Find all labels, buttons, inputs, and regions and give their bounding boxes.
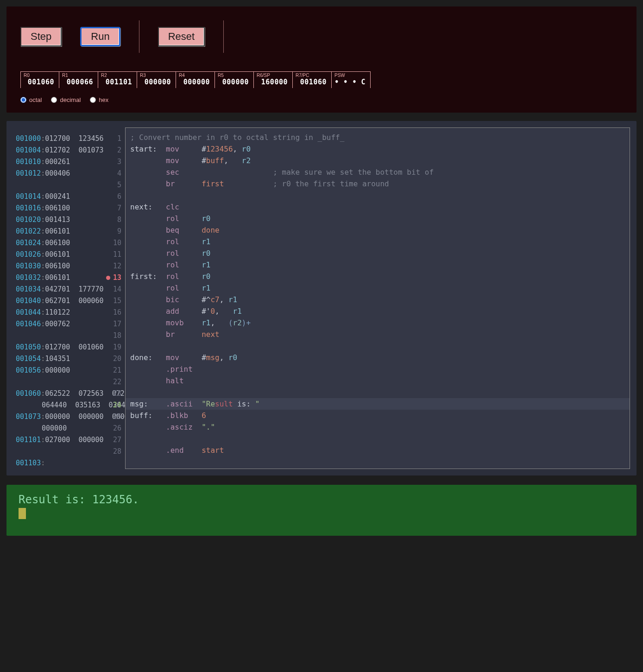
run-button[interactable]: Run	[80, 27, 120, 46]
lineno[interactable]: 8	[104, 214, 121, 226]
lineno[interactable]: 21	[104, 365, 121, 376]
source-line[interactable]: .print	[130, 363, 625, 375]
lineno[interactable]: 2	[104, 145, 121, 156]
lineno[interactable]: 23	[104, 388, 121, 399]
memory-addr: 001012	[16, 169, 41, 178]
lineno[interactable]: 1	[104, 133, 121, 145]
reset-button[interactable]: Reset	[158, 27, 205, 46]
lineno[interactable]: 16	[104, 307, 121, 318]
register-r6-sp: R6/SP160000	[254, 71, 293, 88]
source-line[interactable]: .asciz "."	[130, 421, 625, 433]
register-label: R2	[101, 73, 132, 78]
source-line[interactable]: rol r0	[130, 247, 625, 259]
lineno[interactable]: 5	[104, 179, 121, 191]
source-line[interactable]: ; Convert number in r0 to octal string i…	[130, 132, 625, 143]
lineno[interactable]: 13	[104, 272, 121, 284]
memory-values: 012700 001060	[45, 343, 103, 351]
radix-label: hex	[99, 96, 108, 103]
memory-column: 001000:012700 123456001004:012702 001073…	[6, 127, 104, 469]
memory-addr: 001054	[16, 355, 41, 363]
source-line[interactable]: br first ; r0 the first time around	[130, 178, 625, 190]
source-line[interactable]: start: mov #123456, r0	[130, 143, 625, 155]
source-line[interactable]: halt	[130, 375, 625, 387]
source-line[interactable]: done: mov #msg, r0	[130, 352, 625, 363]
radix-option-octal[interactable]: octal	[20, 96, 42, 103]
lineno[interactable]: 3	[104, 156, 121, 168]
lineno[interactable]: 17	[104, 318, 121, 330]
source-line[interactable]: mov #buff, r2	[130, 155, 625, 166]
step-button[interactable]: Step	[20, 27, 62, 46]
source-line[interactable]	[130, 190, 625, 201]
memory-addr: 001034	[16, 285, 41, 293]
register-label: R3	[140, 73, 171, 78]
lineno[interactable]: 18	[104, 330, 121, 342]
register-r5: R5000000	[215, 71, 254, 88]
lineno[interactable]: 28	[104, 446, 121, 457]
source-line[interactable]: next: clc	[130, 201, 625, 213]
lineno[interactable]: 7	[104, 203, 121, 214]
lineno[interactable]: 14	[104, 284, 121, 295]
memory-row: 001012:000406	[16, 168, 104, 179]
console-panel: Result is: 123456.	[6, 485, 637, 536]
memory-row: 001020:001413	[16, 214, 104, 226]
lineno[interactable]: 15	[104, 295, 121, 307]
source-line[interactable]: add #'0, r1	[130, 305, 625, 317]
lineno[interactable]: 22	[104, 376, 121, 388]
lineno[interactable]: 4	[104, 168, 121, 179]
register-value: 000066	[62, 78, 93, 86]
source-line[interactable]: sec ; make sure we set the bottom bit of	[130, 166, 625, 178]
source-line[interactable]: movb r1, (r2)+	[130, 317, 625, 329]
radix-radio-octal[interactable]	[20, 97, 26, 103]
lineno[interactable]: 20	[104, 353, 121, 365]
radix-option-hex[interactable]: hex	[90, 96, 108, 103]
register-label: R6/SP	[257, 73, 288, 78]
source-line[interactable]: br next	[130, 329, 625, 340]
memory-row: 001032:006101	[16, 272, 104, 284]
lineno[interactable]: 11	[104, 249, 121, 260]
memory-addr: 001000	[16, 134, 41, 143]
radix-radio-hex[interactable]	[90, 97, 96, 103]
lineno[interactable]: 19	[104, 342, 121, 353]
lineno[interactable]: 26	[104, 423, 121, 434]
source-line[interactable]: bic #^c7, r1	[130, 294, 625, 305]
source-column[interactable]: ; Convert number in r0 to octal string i…	[125, 127, 630, 469]
register-r7-pc: R7/PC001060	[293, 71, 332, 88]
source-line[interactable]	[130, 340, 625, 352]
memory-row: 001024:006100	[16, 237, 104, 249]
memory-row: 001030:006100	[16, 260, 104, 272]
memory-addr: 001050	[16, 343, 41, 351]
lineno[interactable]: 12	[104, 260, 121, 272]
register-r2: R2001101	[98, 71, 137, 88]
memory-values: 006101	[45, 250, 70, 259]
radix-option-decimal[interactable]: decimal	[51, 96, 81, 103]
source-line[interactable]	[130, 387, 625, 398]
memory-addr: 001010	[16, 158, 41, 166]
source-line[interactable]: beq done	[130, 224, 625, 236]
editor-panel: 001000:012700 123456001004:012702 001073…	[6, 121, 637, 475]
source-line[interactable]: rol r0	[130, 213, 625, 224]
memory-addr: 001016	[16, 204, 41, 212]
memory-values: 110122	[45, 308, 70, 317]
lineno[interactable]: 25	[104, 411, 121, 423]
lineno[interactable]: 9	[104, 226, 121, 237]
memory-addr: 001026	[16, 250, 41, 259]
breakpoint-icon[interactable]	[106, 276, 110, 280]
source-line[interactable]: rol r1	[130, 236, 625, 247]
source-line[interactable]: .end start	[130, 444, 625, 456]
lineno[interactable]: 27	[104, 434, 121, 446]
memory-values: 000000	[45, 366, 70, 374]
lineno[interactable]: 6	[104, 191, 121, 203]
source-line[interactable]: rol r1	[130, 259, 625, 271]
register-label: R4	[179, 73, 210, 78]
lineno[interactable]: 24	[104, 399, 121, 411]
source-line[interactable]: buff: .blkb 6	[130, 410, 625, 421]
source-line[interactable]: rol r1	[130, 282, 625, 294]
register-r4: R4000000	[176, 71, 215, 88]
source-line[interactable]: first: rol r0	[130, 271, 625, 282]
radix-radio-decimal[interactable]	[51, 97, 57, 103]
source-line[interactable]: msg: .ascii "Result is: "	[126, 398, 630, 410]
memory-values: 000762	[45, 320, 70, 328]
source-line[interactable]	[130, 433, 625, 444]
lineno[interactable]: 10	[104, 237, 121, 249]
register-value: 160000	[257, 78, 288, 86]
